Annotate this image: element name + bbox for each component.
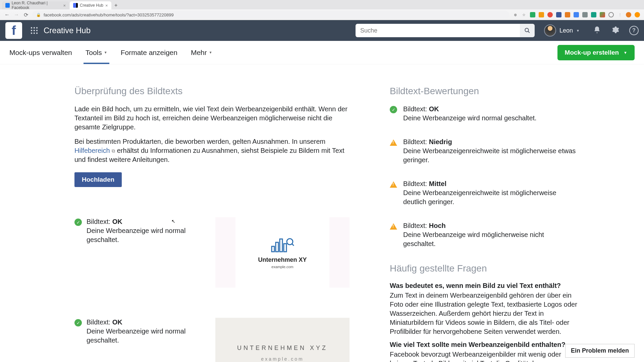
nav-formats[interactable]: Formate anzeigen (121, 49, 177, 57)
sub-nav: Mock-ups verwalten Tools ▼ Formate anzei… (0, 41, 644, 64)
faq-answer: Facebook bevorzugt Werbeanzeigenbilder m… (390, 350, 578, 362)
svg-rect-11 (272, 246, 274, 252)
svg-rect-8 (36, 33, 38, 34)
ext-teal-icon[interactable] (591, 12, 596, 17)
tab-facebook-profile[interactable]: Leon R. Chaudhari | Facebook × (2, 1, 69, 9)
star-icon[interactable]: ☆ (521, 12, 527, 17)
extension-icons: ⊕ ☆ ⋮ (513, 12, 640, 17)
ext-orange-icon[interactable] (539, 12, 544, 17)
warning-icon (390, 139, 397, 146)
result-label: Bildtext: (87, 218, 110, 225)
ext-green-icon[interactable] (530, 12, 535, 17)
result-text: Bildtext: OK Deine Werbeanzeige wird nor… (87, 217, 211, 244)
rating-text: Bildtext: Niedrig Deine Werbeanzeigenrei… (403, 137, 578, 165)
forward-icon[interactable]: → (13, 12, 19, 18)
search-wrap (356, 24, 535, 37)
address-bar: ← → ⟳ 🔒 facebook.com/ads/creativehub/hom… (0, 9, 644, 20)
rating-row-ok: ✓ Bildtext: OK Deine Werbeanzeige wird n… (390, 105, 578, 123)
check-ok-icon: ✓ (74, 219, 82, 226)
svg-rect-3 (31, 30, 32, 31)
tab-label: Leon R. Chaudhari | Facebook (12, 1, 61, 10)
ext-red-icon[interactable] (547, 12, 553, 17)
nav-more[interactable]: Mehr ▼ (191, 49, 212, 57)
rating-row-medium: Bildtext: Mittel Deine Werbeanzeigenreic… (390, 179, 578, 206)
help-icon[interactable]: ? (629, 26, 639, 35)
warning-icon (390, 181, 397, 188)
ext-orange2-icon[interactable] (635, 12, 640, 17)
rating-status: Hoch (429, 222, 446, 229)
intro-text-b: erhältst du Informationen zu Ausnahmen, … (74, 147, 344, 163)
svg-rect-6 (31, 33, 32, 34)
svg-rect-7 (34, 33, 35, 34)
nav-manage-mockups[interactable]: Mock-ups verwalten (9, 49, 72, 57)
new-tab-button[interactable]: + (112, 1, 120, 9)
rating-label: Bildtext: (403, 222, 427, 229)
preview-domain: example.com (261, 356, 304, 362)
mouse-cursor: ↖ (171, 219, 175, 224)
svg-line-16 (292, 244, 294, 246)
left-column: Überprüfung des Bildtexts Lade ein Bild … (74, 86, 356, 362)
creativehub-favicon (73, 3, 78, 8)
rating-status: OK (429, 105, 439, 113)
ext-puzzle-icon[interactable] (600, 12, 605, 17)
svg-rect-5 (36, 30, 38, 31)
rating-text: Bildtext: OK Deine Werbeanzeige wird nor… (403, 105, 537, 123)
zoom-icon[interactable]: ⊕ (513, 12, 518, 17)
intro-paragraph-2: Bei bestimmten Produktarten, die beworbe… (74, 137, 356, 164)
facebook-top-nav: f Creative Hub Leon ▼ ? (0, 20, 644, 41)
rating-row-low: Bildtext: Niedrig Deine Werbeanzeigenrei… (390, 137, 578, 165)
text-check-heading: Überprüfung des Bildtexts (74, 86, 356, 97)
report-problem-button[interactable]: Ein Problem melden (565, 344, 635, 358)
apps-grid-icon[interactable] (31, 27, 38, 34)
tab-close-icon[interactable]: × (105, 3, 108, 8)
svg-rect-12 (276, 242, 278, 252)
rating-row-high: Bildtext: Hoch Deine Werbeanzeige wird m… (390, 221, 578, 248)
faq-heading: Häufig gestellte Fragen (390, 263, 578, 274)
svg-line-10 (528, 31, 530, 33)
faq-question: Was bedeutet es, wenn mein Bild zu viel … (390, 282, 578, 290)
tab-close-icon[interactable]: × (63, 3, 66, 8)
ext-blue-icon[interactable] (574, 12, 579, 17)
ext-cal-icon[interactable] (565, 12, 570, 17)
svg-rect-1 (34, 27, 35, 28)
result-desc: Deine Werbeanzeige wird normal geschalte… (87, 327, 185, 344)
result-row: ✓ Bildtext: OK Deine Werbeanzeige wird n… (74, 318, 356, 362)
chart-logo-icon (270, 236, 294, 253)
chevron-down-icon: ▼ (576, 29, 580, 33)
main-content: Überprüfung des Bildtexts Lade ein Bild … (0, 64, 644, 362)
bell-icon[interactable] (593, 26, 601, 35)
faq-question: Wie viel Text sollte mein Werbeanzeigenb… (390, 341, 578, 349)
avatar (544, 24, 556, 37)
ext-ring-icon[interactable] (608, 12, 614, 17)
faq-section: Häufig gestellte Fragen Was bedeutet es,… (390, 263, 578, 362)
upload-button[interactable]: Hochladen (74, 172, 122, 187)
rating-label: Bildtext: (403, 138, 427, 145)
help-link[interactable]: Hilfebereich (74, 147, 110, 154)
ext-fb-icon[interactable] (556, 12, 561, 17)
search-button[interactable] (520, 24, 535, 37)
reload-icon[interactable]: ⟳ (23, 12, 29, 18)
ext-gray-icon[interactable] (582, 12, 588, 17)
create-mockup-button[interactable]: Mock-up erstellen ▼ (557, 45, 635, 60)
profile-menu[interactable]: Leon ▼ (544, 24, 580, 37)
right-column: Bildtext-Bewertungen ✓ Bildtext: OK Dein… (390, 86, 578, 362)
external-link-icon: ⧉ (112, 148, 115, 154)
svg-rect-13 (280, 239, 282, 252)
rating-status: Mittel (429, 180, 446, 187)
warning-icon (390, 223, 397, 230)
back-icon[interactable]: ← (4, 12, 10, 18)
create-mockup-label: Mock-up erstellen (565, 49, 619, 56)
gear-icon[interactable] (611, 26, 619, 35)
nav-tools[interactable]: Tools ▼ (86, 49, 107, 57)
svg-rect-4 (34, 30, 35, 31)
search-input[interactable] (356, 24, 520, 37)
rating-status: Niedrig (429, 138, 452, 145)
facebook-logo[interactable]: f (5, 22, 22, 39)
svg-rect-14 (284, 244, 286, 252)
rating-label: Bildtext: (403, 180, 427, 187)
tab-creative-hub[interactable]: Creative Hub × (70, 1, 111, 9)
url-input[interactable]: 🔒 facebook.com/ads/creativehub/home/tool… (32, 11, 509, 19)
ext-profile-icon[interactable] (626, 12, 631, 17)
chevron-down-icon: ▼ (624, 51, 627, 55)
menu-icon[interactable]: ⋮ (617, 12, 623, 17)
